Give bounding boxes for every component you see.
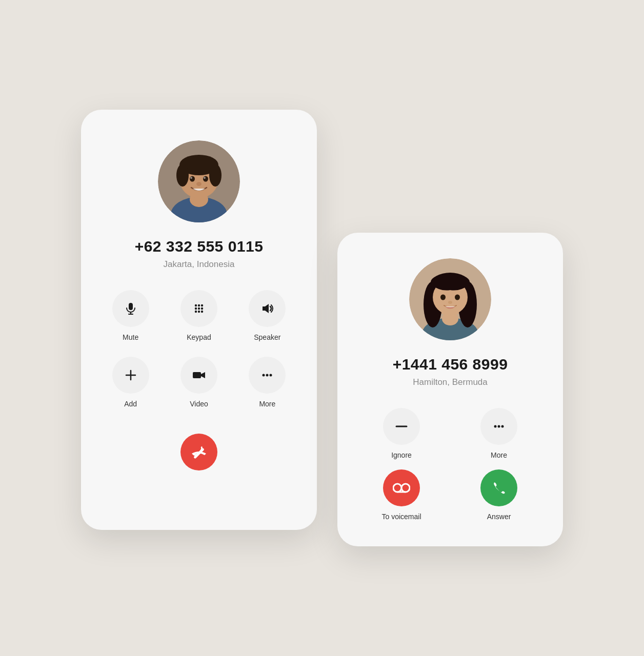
answer-button-item[interactable]: Answer (455, 469, 542, 521)
svg-point-30 (266, 374, 269, 377)
svg-marker-28 (201, 372, 205, 378)
active-call-card: +62 332 555 0115 Jakarta, Indonesia Mute (81, 110, 317, 530)
video-button-item[interactable]: Video (170, 357, 228, 408)
keypad-icon (192, 301, 206, 316)
svg-point-22 (198, 311, 200, 313)
more-button-left[interactable] (249, 357, 286, 394)
more-label-right: More (491, 451, 507, 459)
mute-button[interactable] (112, 290, 149, 327)
svg-point-47 (498, 425, 500, 428)
mute-button-item[interactable]: Mute (102, 290, 159, 341)
call-controls-grid: Mute Keypad (102, 290, 296, 408)
ignore-button[interactable] (383, 408, 420, 445)
svg-rect-27 (193, 372, 201, 378)
add-label: Add (124, 400, 137, 408)
svg-point-9 (190, 177, 192, 179)
svg-point-10 (204, 177, 206, 179)
svg-point-42 (440, 295, 446, 300)
svg-point-6 (209, 164, 222, 187)
end-call-button[interactable] (180, 434, 217, 470)
ignore-button-item[interactable]: Ignore (358, 408, 445, 459)
minus-icon (394, 424, 409, 429)
ignore-label: Ignore (391, 451, 412, 459)
more-dots-icon-right (492, 419, 506, 434)
plus-icon (124, 368, 138, 382)
answer-button[interactable] (480, 469, 517, 506)
svg-point-15 (195, 304, 197, 306)
phone-number-right: +1441 456 8999 (393, 356, 508, 373)
svg-rect-12 (129, 303, 133, 310)
svg-point-11 (196, 182, 202, 186)
more-button-right[interactable] (480, 408, 517, 445)
svg-point-31 (270, 374, 272, 377)
video-button[interactable] (180, 357, 217, 394)
svg-point-48 (501, 425, 504, 428)
svg-point-17 (201, 304, 203, 306)
avatar-female (409, 258, 491, 340)
svg-point-19 (198, 308, 200, 310)
avatar-male (158, 140, 240, 222)
speaker-label: Speaker (254, 333, 280, 341)
svg-point-49 (393, 484, 401, 492)
incoming-call-card: +1441 456 8999 Hamilton, Bermuda Ignore (337, 233, 563, 546)
voicemail-icon (393, 482, 410, 494)
svg-point-46 (494, 425, 497, 428)
phone-number-left: +62 332 555 0115 (135, 238, 264, 255)
answer-label: Answer (487, 512, 511, 521)
add-button[interactable] (112, 357, 149, 394)
mute-label: Mute (123, 333, 138, 341)
svg-point-23 (201, 311, 203, 313)
speaker-button-item[interactable]: Speaker (238, 290, 296, 341)
svg-marker-24 (263, 304, 269, 313)
keypad-label: Keypad (187, 333, 211, 341)
voicemail-label: To voicemail (381, 512, 421, 521)
location-left: Jakarta, Indonesia (164, 259, 235, 270)
more-button-item-right[interactable]: More (455, 408, 542, 459)
screen-container: +62 332 555 0115 Jakarta, Indonesia Mute (61, 89, 583, 567)
svg-point-20 (201, 308, 203, 310)
svg-point-7 (190, 176, 195, 182)
location-right: Hamilton, Bermuda (413, 377, 488, 387)
phone-answer-icon (491, 480, 507, 496)
keypad-button-item[interactable]: Keypad (170, 290, 228, 341)
video-icon (192, 368, 206, 382)
more-dots-icon (260, 368, 274, 382)
end-call-icon (190, 443, 208, 461)
more-button-item-left[interactable]: More (238, 357, 296, 408)
svg-point-16 (198, 304, 200, 306)
speaker-button[interactable] (249, 290, 286, 327)
svg-point-44 (448, 301, 452, 304)
keypad-button[interactable] (180, 290, 217, 327)
incoming-controls-grid: Ignore More (358, 408, 542, 521)
video-label: Video (190, 400, 208, 408)
speaker-icon (260, 301, 274, 316)
more-label-left: More (259, 400, 275, 408)
svg-point-29 (263, 374, 265, 377)
svg-point-21 (195, 311, 197, 313)
svg-point-43 (455, 295, 460, 300)
voicemail-button-item[interactable]: To voicemail (358, 469, 445, 521)
add-button-item[interactable]: Add (102, 357, 159, 408)
microphone-icon (124, 301, 138, 316)
svg-point-18 (195, 308, 197, 310)
svg-point-50 (401, 484, 410, 492)
svg-point-5 (176, 164, 189, 187)
voicemail-button[interactable] (383, 469, 420, 506)
svg-point-8 (203, 176, 208, 182)
